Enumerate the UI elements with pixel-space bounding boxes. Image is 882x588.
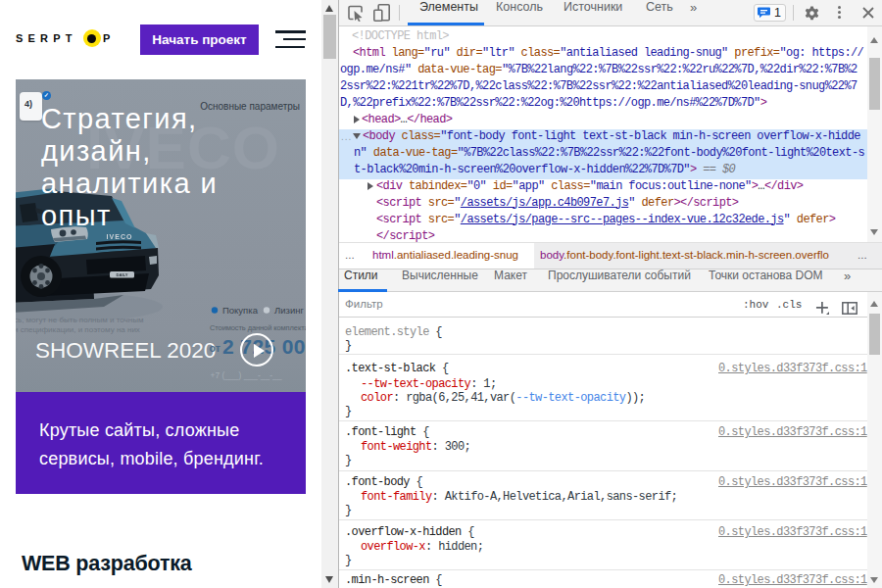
svg-text:IVECO: IVECO [107,233,133,240]
svg-text:DAILY: DAILY [116,272,127,277]
